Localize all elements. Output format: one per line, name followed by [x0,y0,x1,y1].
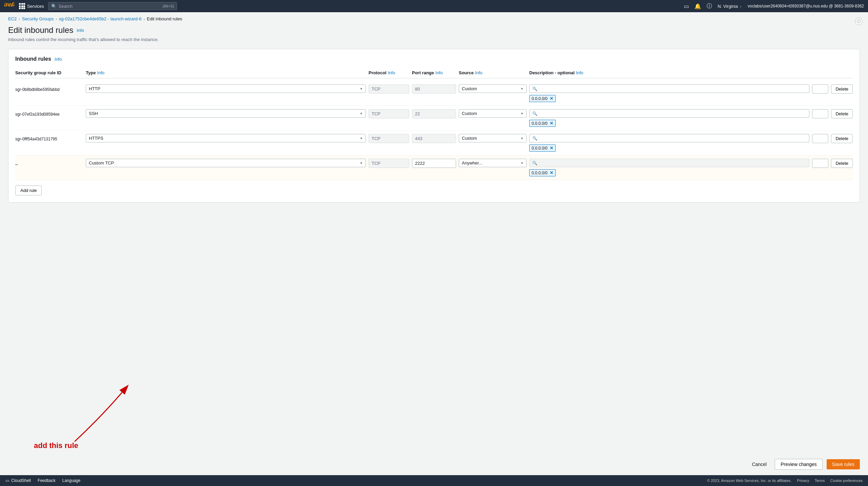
language-selector[interactable]: Language [62,478,80,483]
source-tag-remove-2[interactable]: ✕ [550,121,553,126]
source-search-2[interactable]: 🔍 [529,109,809,118]
breadcrumb-sep-2: › [56,17,57,21]
source-search-input-2[interactable] [539,111,806,116]
page-footer: add this rule Cancel Preview changes Sav… [0,426,868,475]
source-search-input-1[interactable] [539,86,806,91]
page-description: Inbound rules control the incoming traff… [8,37,860,42]
table-row: – Custom TCP ▼ TCP 2222 Anywher... ▼ [15,155,853,180]
desc-input-1[interactable] [812,84,828,94]
desc-input-4[interactable] [812,159,828,168]
delete-btn-1[interactable]: Delete [831,84,853,94]
protocol-field-2: TCP [369,109,409,118]
source-dropdown-2[interactable]: Custom ▼ [459,109,527,118]
main-content: Inbound rules Info Security group rule I… [0,43,868,426]
type-dropdown-2[interactable]: SSH ▼ [86,109,366,118]
type-dropdown-4[interactable]: Custom TCP ▼ [86,159,366,167]
delete-btn-4[interactable]: Delete [831,159,853,168]
source-search-3[interactable]: 🔍 [529,134,809,142]
footer-actions: Cancel Preview changes Save rules [0,453,868,475]
port-field-2: 22 [412,109,456,118]
breadcrumb-current: Edit inbound rules [147,16,182,21]
source-tag-remove-4[interactable]: ✕ [550,170,553,175]
rules-table: Security group rule ID Type Info Protoco… [15,67,853,180]
panel-info-link[interactable]: Info [55,57,62,62]
save-rules-button[interactable]: Save rules [827,459,860,469]
type-dropdown-1[interactable]: HTTP ▼ [86,84,366,93]
source-search-1[interactable]: 🔍 [529,84,809,93]
desc-input-3[interactable] [812,134,828,143]
source-search-icon-3: 🔍 [532,136,537,141]
bell-icon[interactable]: 🔔 [694,3,701,9]
protocol-field-3: TCP [369,134,409,143]
table-row: sgr-0b8bdb8be595fabbd HTTP ▼ TCP 80 Cust… [15,81,853,106]
rule-id-2: sgr-07ef2a193d08594ee [15,109,83,117]
type-dropdown-3[interactable]: HTTPS ▼ [86,134,366,142]
source-search-4: 🔍 [529,159,809,167]
type-chevron-2: ▼ [360,112,363,115]
terminal-icon[interactable]: ▭ [684,3,689,9]
desc-input-2[interactable] [812,109,828,118]
table-row: sgr-07ef2a193d08594ee SSH ▼ TCP 22 Custo… [15,106,853,131]
add-rule-button[interactable]: Add rule [15,186,42,195]
preview-changes-button[interactable]: Preview changes [775,459,823,470]
col-header-type: Type Info [86,70,366,75]
nav-right: ▭ 🔔 ⓘ N. Virginia voclabs/user2640604=t0… [684,3,864,10]
panel-title: Inbound rules [15,56,51,62]
source-section-2: 🔍 0.0.0.0/0 ✕ [529,109,809,127]
grid-icon [19,3,25,9]
source-search-input-3[interactable] [539,136,806,141]
cloudshell-button[interactable]: ▭ CloudShell [5,478,31,483]
panel-header: Inbound rules Info [15,56,853,62]
source-tag-2: 0.0.0.0/0 ✕ [529,120,556,127]
breadcrumb: EC2 › Security Groups › sg-02a1752cbe4de… [0,12,868,21]
source-info-link[interactable]: Info [475,70,482,75]
col-header-source: Source Info [459,70,527,75]
desc-info-link[interactable]: Info [576,70,584,75]
delete-btn-3[interactable]: Delete [831,134,853,143]
breadcrumb-sg[interactable]: sg-02a1752cbe4de65b2 - launch-wizard-6 [59,16,142,21]
table-row: sgr-0fff54a43d7131795 HTTPS ▼ TCP 443 Cu… [15,131,853,155]
page-header: Edit inbound rules Info Inbound rules co… [0,21,868,43]
breadcrumb-security-groups[interactable]: Security Groups [22,16,54,21]
source-dropdown-3[interactable]: Custom ▼ [459,134,527,142]
type-chevron-4: ▼ [360,161,363,165]
rule-id-4: – [15,159,83,167]
region-chevron [739,4,742,9]
help-icon[interactable]: ⓘ [707,3,712,10]
search-input[interactable] [59,4,161,9]
source-tag-remove-1[interactable]: ✕ [550,96,553,101]
region-selector[interactable]: N. Virginia [717,4,742,9]
inbound-rules-panel: Inbound rules Info Security group rule I… [8,49,860,202]
cancel-button[interactable]: Cancel [748,460,771,469]
port-value-4: 2222 [415,161,425,166]
page-info-link[interactable]: Info [77,28,84,33]
source-section-3: 🔍 0.0.0.0/0 ✕ [529,134,809,152]
protocol-info-link[interactable]: Info [388,70,395,75]
services-menu[interactable]: Services [19,3,44,9]
type-info-link[interactable]: Info [97,70,104,75]
feedback-link[interactable]: Feedback [38,478,56,483]
breadcrumb-sep-1: › [19,17,20,21]
table-header: Security group rule ID Type Info Protoco… [15,67,853,78]
terms-link[interactable]: Terms [815,479,825,483]
port-field-1: 80 [412,84,456,94]
search-bar[interactable]: 🔍 [Alt+S] [48,2,177,10]
col-header-rule-id: Security group rule ID [15,70,83,75]
col-header-actions [812,70,853,75]
type-chevron-1: ▼ [360,87,363,91]
top-right-info-icon[interactable]: ⓘ [855,18,863,25]
user-menu[interactable]: voclabs/user2640604=t0930387@u.nus.edu @… [748,4,864,8]
privacy-link[interactable]: Privacy [797,479,809,483]
source-dropdown-4[interactable]: Anywher... ▼ [459,159,527,167]
cookie-preferences-link[interactable]: Cookie preferences [830,479,863,483]
aws-logo[interactable] [4,2,15,10]
port-info-link[interactable]: Info [435,70,443,75]
search-icon: 🔍 [51,4,57,9]
source-search-icon-4: 🔍 [532,161,537,166]
delete-btn-2[interactable]: Delete [831,109,853,118]
breadcrumb-ec2[interactable]: EC2 [8,16,17,21]
source-tag-remove-3[interactable]: ✕ [550,145,553,151]
annotation-area: add this rule [0,426,868,453]
source-search-input-4 [539,160,806,166]
source-dropdown-1[interactable]: Custom ▼ [459,84,527,93]
